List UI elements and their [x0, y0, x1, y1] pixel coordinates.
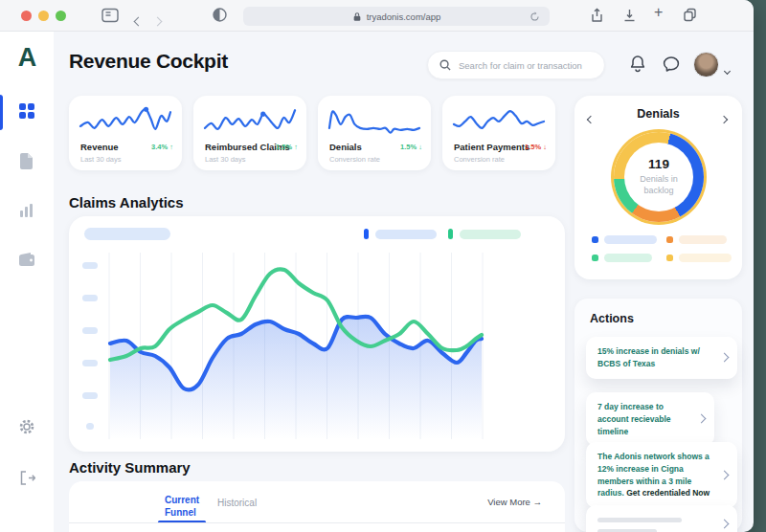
profile-menu-chevron[interactable]	[725, 60, 730, 78]
revenue-sparkline	[79, 103, 172, 138]
stat-card-reimbursed-claims[interactable]: Reimbursed Claims 1.5% ↑ Last 30 days	[193, 96, 306, 170]
chart-title-skeleton	[84, 228, 170, 240]
stat-delta: 3.4% ↑	[151, 143, 173, 151]
chevron-right-icon	[720, 352, 730, 362]
donut-legend-dot-yellow	[666, 255, 673, 261]
stat-card-revenue[interactable]: Revenue 3.4% ↑ Last 30 days	[69, 96, 182, 170]
bell-icon	[629, 55, 646, 73]
search-placeholder: Search for claim or transaction	[459, 60, 582, 71]
new-tab-icon[interactable]: +	[654, 4, 663, 21]
claims-analytics-title: Claims Analytics	[69, 194, 184, 211]
action-item-receivable-timeline[interactable]: 7 day increase to account recievable tim…	[586, 392, 714, 446]
stat-delta: 1.5% ↓	[400, 143, 422, 151]
chevron-right-icon	[697, 414, 707, 424]
tab-divider	[69, 522, 565, 523]
actions-title: Actions	[590, 312, 634, 325]
search-icon	[439, 59, 451, 71]
tab-overview-icon[interactable]	[683, 8, 697, 22]
y-axis-skeleton	[82, 392, 98, 399]
stat-card-denials[interactable]: Denials 1.5% ↓ Conversion rate	[318, 96, 431, 170]
donut-legend-skeleton	[679, 254, 732, 262]
sidebar-item-payments[interactable]	[19, 253, 34, 268]
stat-delta: 1.5% ↑	[276, 143, 298, 151]
browser-toolbar: tryadonis.com/app +	[0, 0, 754, 32]
notifications-button[interactable]	[629, 55, 646, 73]
activity-summary-title: Activity Summary	[69, 459, 191, 476]
legend-blue-dot	[364, 229, 369, 239]
legend-green-dot	[448, 229, 453, 239]
y-axis-skeleton	[82, 360, 98, 366]
stat-name: Denials	[329, 142, 362, 152]
document-icon	[19, 153, 34, 169]
lock-icon	[352, 11, 362, 22]
stat-subtitle: Last 30 days	[80, 155, 122, 164]
donut-center: 119 Denials inbacklog	[624, 143, 693, 211]
minimize-window-button[interactable]	[38, 11, 49, 21]
sidebar: A	[0, 32, 54, 532]
download-icon[interactable]	[622, 8, 637, 23]
actions-panel: Actions 15% increase in denials w/ BCBS …	[574, 299, 742, 532]
payments-sparkline	[452, 103, 546, 138]
y-axis-skeleton	[82, 262, 98, 269]
tab-current-funnel[interactable]: Current Funnel	[165, 494, 214, 519]
stat-subtitle: Last 30 days	[205, 155, 246, 164]
legend-green-skeleton	[460, 230, 521, 239]
denials-count: 119	[648, 157, 669, 171]
legend-blue-skeleton	[375, 230, 437, 239]
skeleton-line	[597, 518, 682, 522]
tab-historical[interactable]: Historical	[217, 498, 257, 508]
donut-legend-skeleton	[604, 254, 652, 262]
back-icon[interactable]	[135, 11, 142, 29]
share-icon[interactable]	[590, 8, 604, 23]
denials-panel: Denials 119 Denials inbacklog	[574, 96, 742, 279]
claims-analytics-chart	[107, 243, 484, 446]
sidebar-item-analytics[interactable]	[19, 203, 34, 218]
claims-analytics-card	[69, 216, 565, 452]
user-avatar[interactable]	[693, 52, 719, 78]
zoom-window-button[interactable]	[56, 11, 66, 21]
logout-icon	[19, 471, 35, 485]
denials-count-label: Denials inbacklog	[640, 174, 678, 196]
stat-subtitle: Conversion rate	[454, 155, 505, 164]
sidebar-toggle-icon[interactable]	[101, 8, 119, 23]
active-nav-indicator	[0, 95, 3, 130]
view-more-link[interactable]: View More →	[487, 497, 542, 507]
sidebar-item-logout[interactable]	[19, 471, 34, 486]
stat-subtitle: Conversion rate	[329, 155, 380, 164]
get-credentialed-link[interactable]: Get credentialed Now	[626, 488, 710, 498]
stat-delta: 1.5% ↓	[525, 143, 547, 151]
bar-chart-icon	[19, 203, 34, 217]
donut-legend-dot-blue	[592, 236, 598, 243]
browser-window: tryadonis.com/app + A	[0, 0, 754, 532]
address-bar[interactable]: tryadonis.com/app	[243, 7, 550, 26]
page-title: Revenue Cockpit	[69, 50, 228, 73]
y-axis-skeleton	[86, 423, 94, 430]
search-input[interactable]: Search for claim or transaction	[427, 51, 605, 79]
donut-legend-dot-green	[592, 255, 598, 261]
denials-donut-chart: 119 Denials inbacklog	[614, 132, 704, 222]
app-logo[interactable]: A	[0, 43, 54, 73]
forward-icon[interactable]	[154, 11, 161, 29]
denials-panel-title: Denials	[574, 107, 742, 121]
sidebar-item-documents[interactable]	[19, 153, 34, 168]
gear-icon	[19, 419, 34, 434]
action-item-denials-increase[interactable]: 15% increase in denials w/ BCBS of Texas	[586, 337, 737, 379]
refresh-icon[interactable]	[529, 11, 540, 22]
action-item-skeleton[interactable]	[586, 505, 737, 532]
donut-legend-skeleton	[679, 235, 727, 244]
sidebar-item-dashboard[interactable]	[19, 103, 34, 119]
y-axis-skeleton	[82, 327, 98, 334]
shade-icon[interactable]	[213, 8, 227, 22]
stat-name: Patient Payments	[454, 142, 529, 152]
activity-summary-card: Current Funnel Historical View More →	[69, 481, 565, 532]
dashboard-grid-icon	[19, 103, 34, 119]
stat-name: Revenue	[80, 142, 119, 152]
donut-legend-dot-orange	[666, 236, 673, 243]
stat-card-patient-payments[interactable]: Patient Payments 1.5% ↓ Conversion rate	[442, 96, 555, 170]
sidebar-item-settings[interactable]	[19, 419, 34, 434]
chevron-right-icon	[720, 520, 730, 529]
donut-legend-skeleton	[604, 235, 657, 244]
messages-button[interactable]	[663, 55, 680, 73]
close-window-button[interactable]	[21, 11, 32, 21]
action-item-credential[interactable]: The Adonis network shows a 12% increase …	[586, 442, 737, 508]
